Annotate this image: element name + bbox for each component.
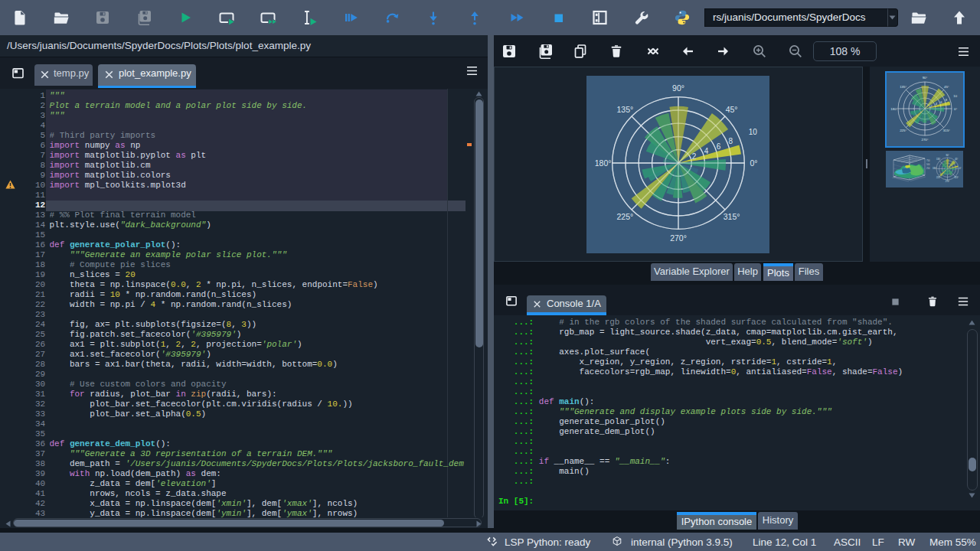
- svg-text:180°: 180°: [933, 167, 936, 170]
- svg-text:6: 6: [717, 142, 721, 151]
- svg-text:0°: 0°: [750, 158, 757, 168]
- svg-text:315°: 315°: [724, 212, 740, 221]
- svg-text:135°: 135°: [936, 158, 940, 161]
- svg-text:750: 750: [926, 159, 930, 162]
- svg-text:135°: 135°: [900, 85, 906, 89]
- svg-text:180°: 180°: [890, 107, 897, 111]
- svg-text:0°: 0°: [959, 167, 961, 170]
- svg-text:180°: 180°: [595, 158, 612, 168]
- svg-text:270°: 270°: [670, 233, 687, 243]
- svg-text:315°: 315°: [955, 176, 959, 179]
- svg-text:45°: 45°: [726, 105, 738, 114]
- svg-text:4: 4: [704, 147, 709, 155]
- svg-text:2: 2: [692, 152, 697, 161]
- svg-text:45°: 45°: [944, 85, 949, 89]
- svg-text:135°: 135°: [617, 105, 634, 114]
- svg-text:45°: 45°: [955, 158, 958, 161]
- svg-text:225°: 225°: [936, 176, 940, 179]
- svg-text:225°: 225°: [617, 212, 634, 221]
- svg-text:500: 500: [926, 163, 930, 166]
- svg-text:270°: 270°: [921, 138, 928, 142]
- svg-text:90°: 90°: [946, 154, 949, 157]
- svg-text:270°: 270°: [946, 180, 949, 183]
- svg-text:10: 10: [953, 94, 957, 98]
- svg-text:10: 10: [749, 128, 758, 136]
- svg-text:90°: 90°: [672, 83, 684, 93]
- svg-text:225°: 225°: [900, 129, 906, 132]
- svg-text:8: 8: [729, 137, 733, 145]
- svg-text:250: 250: [926, 167, 930, 170]
- svg-text:315°: 315°: [943, 129, 950, 132]
- svg-text:0°: 0°: [954, 107, 957, 111]
- svg-text:90°: 90°: [923, 76, 928, 80]
